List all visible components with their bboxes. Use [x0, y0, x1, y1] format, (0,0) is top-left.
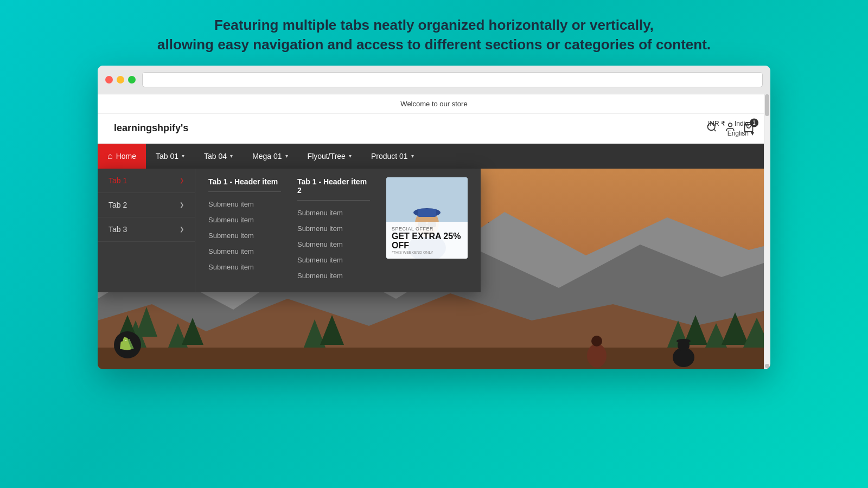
col2-item5[interactable]: Submenu item [297, 268, 370, 284]
col2-header: Tab 1 - Header item 2 [297, 177, 370, 201]
nav-product01[interactable]: Product 01 ▾ [361, 144, 424, 168]
nav-bar: ⌂ Home Tab 01 ▾ Tab 04 ▾ Mega 01 ▾ Flyou… [98, 144, 770, 169]
svg-point-2 [729, 123, 732, 127]
nav-tab01[interactable]: Tab 01 ▾ [146, 144, 194, 168]
scrollbar-thumb[interactable] [765, 94, 769, 116]
ad-discount: GET EXTRA 25% OFF [392, 232, 462, 251]
product01-chevron: ▾ [411, 153, 414, 159]
dropdown-tab-3[interactable]: Tab 3 ❯ [98, 217, 195, 242]
nav-tab01-label: Tab 01 [156, 152, 178, 160]
banner-line1: Featuring multiple tabs neatly organized… [157, 15, 711, 35]
nav-home[interactable]: ⌂ Home [98, 144, 146, 169]
announcement-bar: Welcome to our store [98, 94, 770, 114]
scrollbar-track[interactable] [764, 94, 770, 369]
address-bar[interactable] [142, 72, 763, 87]
nav-tab04[interactable]: Tab 04 ▾ [194, 144, 242, 168]
col2-item4[interactable]: Submenu item [297, 252, 370, 268]
col1-item5[interactable]: Submenu item [208, 259, 281, 275]
nav-mega01[interactable]: Mega 01 ▾ [242, 144, 297, 168]
dropdown-column-1: Tab 1 - Header item Submenu item Submenu… [208, 177, 281, 284]
banner-line2: allowing easy navigation and access to d… [157, 35, 711, 54]
ad-fine-print: *THIS WEEKEND ONLY [392, 251, 462, 254]
cart-icon[interactable]: 1 [743, 121, 754, 135]
dropdown-tab-1-label: Tab 1 [108, 176, 127, 185]
dot-green[interactable] [128, 76, 136, 84]
dropdown-content: Tab 1 - Header item Submenu item Submenu… [195, 169, 481, 292]
col1-item3[interactable]: Submenu item [208, 228, 281, 243]
shopify-badge[interactable] [114, 331, 141, 358]
ad-special-offer: Special offer [392, 226, 462, 232]
store-logo: learningshpify's [114, 123, 708, 134]
dropdown-tab-1[interactable]: Tab 1 ❯ [98, 169, 195, 193]
top-banner: Featuring multiple tabs neatly organized… [103, 0, 765, 66]
tab1-arrow: ❯ [180, 177, 184, 183]
dot-yellow[interactable] [117, 76, 124, 84]
browser-window: Welcome to our store learningshpify's IN… [98, 66, 770, 369]
store-header: learningshpify's INR ₹ India ▾ English ▾ [98, 114, 770, 144]
header-icons: 1 [706, 121, 754, 135]
tab3-arrow: ❯ [180, 226, 184, 232]
dropdown-tab-3-label: Tab 3 [108, 225, 127, 234]
svg-point-36 [676, 339, 691, 343]
svg-rect-19 [98, 348, 770, 369]
col2-item1[interactable]: Submenu item [297, 205, 370, 221]
scrollbar-thumb-bottom [765, 364, 769, 368]
flyout-chevron: ▾ [349, 153, 352, 159]
browser-chrome [98, 66, 770, 94]
col1-item1[interactable]: Submenu item [208, 196, 281, 212]
tab04-chevron: ▾ [230, 153, 233, 159]
ad-overlay: Special offer GET EXTRA 25% OFF *THIS WE… [386, 222, 468, 259]
col1-item2[interactable]: Submenu item [208, 212, 281, 228]
col2-item2[interactable]: Submenu item [297, 221, 370, 236]
svg-point-33 [591, 336, 602, 346]
mega01-chevron: ▾ [285, 153, 288, 159]
col1-item4[interactable]: Submenu item [208, 243, 281, 259]
nav-flyout-label: Flyout/Tree [308, 152, 346, 160]
nav-home-label: Home [116, 152, 136, 160]
svg-line-1 [714, 129, 716, 131]
browser-dots [105, 76, 136, 84]
nav-product01-label: Product 01 [371, 152, 408, 160]
col1-header: Tab 1 - Header item [208, 177, 281, 192]
dropdown-tab-2[interactable]: Tab 2 ❯ [98, 193, 195, 217]
announcement-text: Welcome to our store [400, 100, 467, 108]
tab01-chevron: ▾ [182, 153, 184, 159]
home-icon: ⌂ [107, 151, 113, 161]
browser-content: Welcome to our store learningshpify's IN… [98, 94, 770, 369]
svg-point-32 [587, 344, 607, 368]
dropdown-column-2: Tab 1 - Header item 2 Submenu item Subme… [297, 177, 370, 284]
shopify-icon [120, 337, 135, 352]
nav-flyout[interactable]: Flyout/Tree ▾ [298, 144, 361, 168]
svg-rect-9 [418, 209, 436, 217]
nav-mega01-label: Mega 01 [252, 152, 282, 160]
tab2-arrow: ❯ [180, 202, 184, 208]
mega-dropdown: Tab 1 ❯ Tab 2 ❯ Tab 3 ❯ [98, 169, 481, 292]
cart-badge: 1 [750, 118, 758, 127]
dropdown-tab-2-label: Tab 2 [108, 201, 127, 209]
dropdown-tabs: Tab 1 ❯ Tab 2 ❯ Tab 3 ❯ [98, 169, 195, 292]
svg-point-0 [708, 123, 715, 130]
user-icon[interactable] [725, 121, 736, 135]
col2-item3[interactable]: Submenu item [297, 236, 370, 252]
dropdown-ad: Special offer GET EXTRA 25% OFF *THIS WE… [386, 177, 468, 284]
nav-tab04-label: Tab 04 [204, 152, 227, 160]
search-icon[interactable] [706, 121, 717, 135]
ad-image-area: Special offer GET EXTRA 25% OFF *THIS WE… [386, 177, 468, 259]
dot-red[interactable] [105, 76, 113, 84]
